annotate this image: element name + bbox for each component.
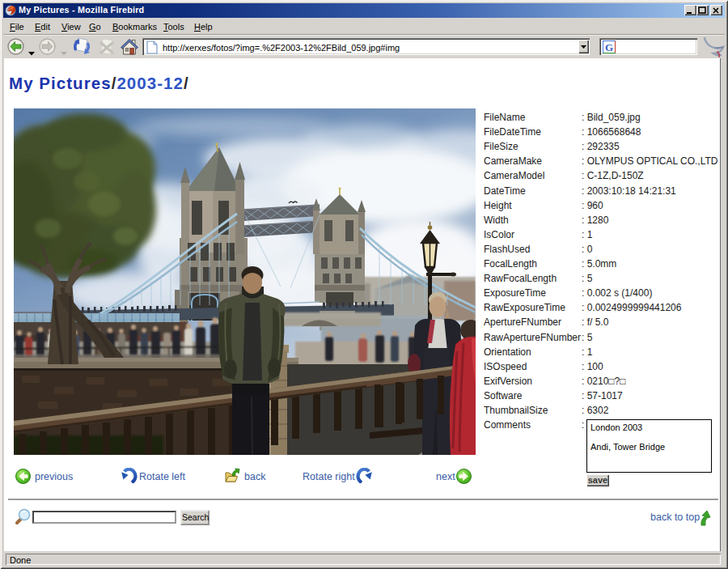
svg-text:G: G (605, 41, 613, 53)
